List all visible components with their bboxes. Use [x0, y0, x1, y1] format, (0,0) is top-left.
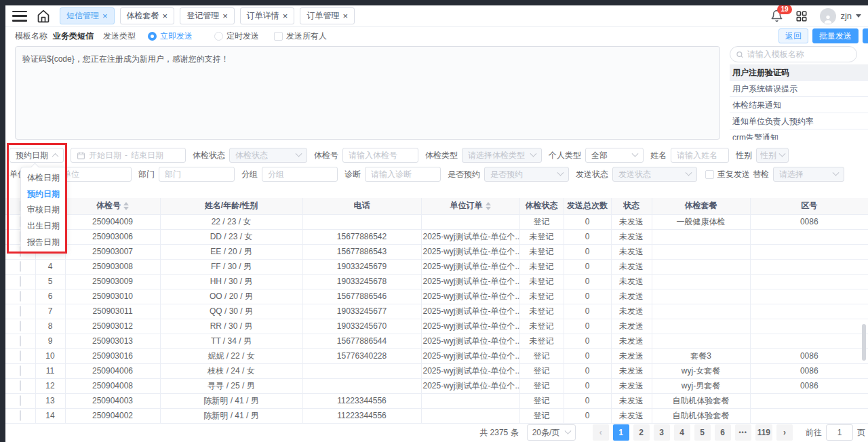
send-status-select[interactable]: 发送状态: [612, 167, 697, 182]
template-list-item[interactable]: 通知单位负责人预约率: [730, 113, 868, 129]
home-icon[interactable]: [37, 9, 50, 23]
row-checkbox[interactable]: [20, 410, 21, 421]
goto-page-input[interactable]: [826, 424, 853, 441]
is-booked-select[interactable]: 是否预约: [484, 167, 569, 182]
table-cell: wyj-男套餐: [652, 378, 750, 393]
tab-label: 短信管理: [66, 10, 99, 22]
column-header: 姓名/年龄/性别: [160, 198, 302, 214]
checkbox-icon: [705, 170, 714, 179]
row-checkbox[interactable]: [20, 395, 21, 406]
table-cell: 2025-wyj测试单位-单位个...: [421, 259, 519, 274]
chevron-down-icon: [833, 169, 840, 176]
row-checkbox[interactable]: [20, 276, 21, 287]
exam-no-input[interactable]: [349, 150, 412, 160]
tab-体检套餐[interactable]: 体检套餐×: [120, 7, 175, 24]
template-content-textarea[interactable]: 验证码${code}，您正在注册成为新用户，感谢您的支持！: [15, 46, 720, 140]
substitute-select[interactable]: 请选择: [773, 167, 844, 182]
template-list-item[interactable]: 用户注册验证码: [730, 64, 868, 81]
date-type-select[interactable]: 预约日期: [9, 148, 64, 163]
user-menu[interactable]: zjn: [820, 8, 861, 24]
apps-grid-icon[interactable]: [795, 10, 808, 22]
page-button-3[interactable]: 3: [654, 424, 670, 441]
column-header: 状态: [611, 198, 652, 214]
tab-订单详情[interactable]: 订单详情×: [240, 7, 295, 24]
template-search-box[interactable]: [730, 46, 857, 62]
table-row: 250903006DD / 23 / 女156778865422025-wyj测…: [5, 229, 868, 244]
table-cell: 登记: [519, 348, 564, 363]
tab-短信管理[interactable]: 短信管理×: [60, 7, 115, 24]
template-list-item[interactable]: 用户系统错误提示: [730, 81, 868, 97]
table-cell: 10: [35, 348, 65, 363]
row-checkbox[interactable]: [20, 350, 21, 361]
table-row: 11250904006枝枝 / 24 / 女2025-wyj测试单位-单位个..…: [5, 363, 868, 378]
checkbox-resend[interactable]: 重复发送: [705, 169, 750, 180]
more-pages-button[interactable]: •••: [735, 424, 751, 441]
table-cell: 0: [564, 408, 611, 423]
sort-icon[interactable]: [486, 199, 491, 213]
page-size-select[interactable]: 20条/页: [527, 424, 576, 441]
template-list-item[interactable]: 体检结果通知: [730, 97, 868, 113]
notification-bell-icon[interactable]: 19: [770, 9, 783, 22]
row-checkbox[interactable]: [20, 261, 21, 272]
row-checkbox[interactable]: [20, 336, 21, 346]
page-button-119[interactable]: 119: [755, 424, 772, 441]
row-select-cell: [5, 274, 35, 289]
table-cell: 登记: [519, 363, 564, 378]
radio-send-now[interactable]: 立即发送: [148, 31, 193, 42]
table-cell: 未发送: [611, 334, 652, 348]
batch-send-button[interactable]: 批量发送: [812, 28, 859, 43]
row-checkbox[interactable]: [20, 291, 21, 302]
column-header[interactable]: 体检号: [65, 198, 160, 214]
sort-asc-icon: [486, 199, 491, 205]
row-checkbox[interactable]: [20, 380, 21, 391]
send-button[interactable]: 发送: [863, 28, 868, 43]
next-page-button[interactable]: ›: [776, 424, 793, 441]
page-button-2[interactable]: 2: [633, 424, 650, 441]
dropdown-option[interactable]: 预约日期: [21, 186, 66, 202]
page-button-5[interactable]: 5: [694, 424, 711, 441]
close-icon[interactable]: ×: [342, 12, 348, 20]
tab-登记管理[interactable]: 登记管理×: [180, 7, 235, 24]
row-checkbox[interactable]: [20, 306, 21, 317]
table-cell: 枝枝 / 24 / 女: [160, 363, 302, 378]
dropdown-option[interactable]: 体检日期: [21, 170, 66, 186]
close-icon[interactable]: ×: [283, 12, 288, 20]
table-cell: [750, 393, 868, 408]
dept-input[interactable]: [165, 169, 229, 179]
page-button-1[interactable]: 1: [613, 424, 629, 441]
close-icon[interactable]: ×: [102, 12, 108, 20]
row-checkbox[interactable]: [20, 365, 21, 376]
date-range-picker[interactable]: 开始日期 - 结束日期: [71, 148, 186, 163]
dropdown-option[interactable]: 出生日期: [21, 218, 66, 234]
row-checkbox[interactable]: [20, 321, 21, 332]
dropdown-option[interactable]: 报告日期: [21, 235, 66, 250]
page-button-4[interactable]: 4: [674, 424, 690, 441]
hamburger-menu-icon[interactable]: [12, 11, 27, 22]
tab-订单管理[interactable]: 订单管理×: [300, 7, 355, 24]
radio-send-scheduled[interactable]: 定时发送: [214, 31, 259, 42]
row-select-cell: [5, 378, 35, 393]
gender-select[interactable]: 性别: [756, 148, 789, 163]
name-input[interactable]: [677, 150, 723, 160]
column-header[interactable]: 单位订单: [421, 198, 519, 214]
vertical-scrollbar-thumb[interactable]: [862, 324, 866, 361]
person-type-select[interactable]: 全部: [585, 148, 644, 163]
prev-page-button[interactable]: ‹: [593, 424, 609, 441]
table-row: 12250904008寻寻 / 25 / 男2025-wyj测试单位-单位个..…: [5, 378, 868, 393]
page-button-6[interactable]: 6: [715, 424, 731, 441]
table-cell: [750, 229, 868, 244]
group-input[interactable]: [268, 169, 332, 179]
sort-icon[interactable]: [123, 199, 129, 213]
chevron-down-icon: [686, 169, 692, 176]
table-cell: 0086: [750, 363, 868, 378]
checkbox-send-all[interactable]: 发送所有人: [274, 31, 327, 42]
dropdown-option[interactable]: 审核日期: [21, 202, 66, 218]
back-button[interactable]: 返回: [778, 28, 808, 43]
exam-status-select[interactable]: 体检状态: [229, 148, 307, 163]
close-icon[interactable]: ×: [163, 12, 168, 20]
close-icon[interactable]: ×: [222, 12, 228, 20]
template-search-input[interactable]: [747, 49, 851, 59]
exam-type-select[interactable]: 请选择体检类型: [462, 148, 542, 163]
template-list-item[interactable]: crm告警通知: [730, 129, 868, 140]
diagnosis-input[interactable]: [371, 169, 435, 179]
